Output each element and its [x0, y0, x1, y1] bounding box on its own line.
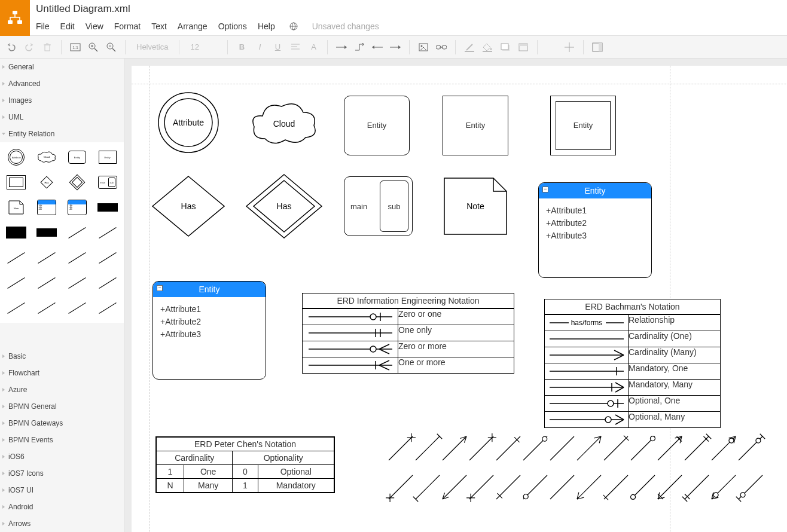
thumb-table-ie[interactable]	[93, 196, 121, 219]
connection-straight-icon[interactable]	[334, 39, 349, 55]
thumb-table-chen[interactable]	[33, 221, 61, 244]
thumb-conn-6[interactable]	[93, 246, 121, 269]
thumb-table-bachman[interactable]	[2, 221, 30, 244]
insert-link-button[interactable]	[434, 39, 449, 55]
collapse-icon[interactable]: −	[157, 285, 163, 291]
font-size-input[interactable]: 12	[185, 42, 221, 51]
palette-ios7-ui[interactable]: iOS7 UI	[0, 482, 124, 499]
italic-button[interactable]: I	[252, 39, 267, 55]
menu-edit[interactable]: Edit	[60, 22, 75, 31]
redo-button[interactable]	[22, 39, 37, 55]
palette-uml[interactable]: UML	[0, 109, 124, 126]
palette-bpmn-gateways[interactable]: BPMN Gateways	[0, 415, 124, 432]
connectors-row[interactable]	[383, 433, 765, 505]
delete-button[interactable]	[39, 39, 55, 55]
undo-button[interactable]	[4, 39, 19, 55]
underline-button[interactable]: U	[270, 39, 285, 55]
menu-options[interactable]: Options	[218, 22, 247, 31]
line-end-button[interactable]	[388, 39, 403, 55]
thumb-conn-3[interactable]	[2, 246, 30, 269]
shape-entity-attrs-2[interactable]: −Entity +Attribute1 +Attribute2 +Attribu…	[152, 281, 266, 380]
palette-android[interactable]: Android	[0, 499, 124, 515]
thumb-entity-square[interactable]: Entity	[93, 146, 121, 169]
palette-basic[interactable]: Basic	[0, 348, 124, 365]
shape-has-double[interactable]: Has	[245, 173, 323, 239]
zoom-actual-button[interactable]: 1:1	[68, 39, 83, 55]
thumb-cloud[interactable]: Cloud	[33, 146, 61, 169]
format-panel-button[interactable]	[590, 39, 605, 55]
thumb-conn-2[interactable]	[93, 221, 121, 244]
thumb-conn-14[interactable]	[93, 296, 121, 319]
collapse-icon[interactable]: −	[542, 186, 548, 192]
line-start-button[interactable]	[370, 39, 385, 55]
table-chen-notation[interactable]: ERD Peter Chen's Notation CardinalityOpt…	[155, 436, 335, 493]
table-bachman-notation[interactable]: ERD Bachman's Notation has/forms Relatio…	[544, 299, 721, 428]
thumb-main-sub[interactable]: mainsub	[93, 171, 121, 194]
palette-images[interactable]: Images	[0, 92, 124, 109]
thumb-conn-7[interactable]	[2, 271, 30, 294]
palette-bpmn-general[interactable]: BPMN General	[0, 398, 124, 415]
canvas-viewport[interactable]: Attribute Cloud Entity Entity Entity	[124, 59, 787, 532]
canvas-page[interactable]: Attribute Cloud Entity Entity Entity	[132, 66, 787, 532]
shadow-button[interactable]	[498, 39, 513, 55]
palette-flowchart[interactable]: Flowchart	[0, 365, 124, 381]
document-title[interactable]: Untitled Diagram.xml	[36, 3, 781, 15]
waypoint-button[interactable]	[352, 39, 367, 55]
menu-arrange[interactable]: Arrange	[178, 22, 208, 31]
thumb-conn-13[interactable]	[63, 296, 91, 319]
insert-image-button[interactable]	[416, 39, 431, 55]
palette-entity-relation[interactable]: Entity Relation	[0, 126, 124, 142]
zoom-out-button[interactable]	[103, 39, 119, 55]
shape-attribute[interactable]: Attribute	[155, 90, 221, 155]
shape-entity-double[interactable]: Entity	[550, 96, 616, 155]
grid-dots-button[interactable]	[544, 39, 559, 55]
palette-azure[interactable]: Azure	[0, 381, 124, 398]
shape-entity-square[interactable]: Entity	[443, 96, 508, 155]
align-button[interactable]	[288, 39, 303, 55]
palette-advanced[interactable]: Advanced	[0, 75, 124, 92]
font-color-button[interactable]: A	[306, 39, 321, 55]
thumb-entity-attrs-blue[interactable]: +Attr+Attr+Attr	[33, 196, 61, 219]
thumb-conn-4[interactable]	[33, 246, 61, 269]
thumb-entity-rounded[interactable]: Entity	[63, 146, 91, 169]
fill-color-button[interactable]	[480, 39, 495, 55]
palette-bpmn-events[interactable]: BPMN Events	[0, 432, 124, 448]
grid-cross-button[interactable]	[562, 39, 577, 55]
thumb-conn-5[interactable]	[63, 246, 91, 269]
font-family-select[interactable]: Helvetica	[132, 42, 173, 51]
container-button[interactable]	[515, 39, 531, 55]
thumb-entity-attrs-blue2[interactable]: +Attr+Attr+Attr	[63, 196, 91, 219]
app-logo[interactable]	[0, 0, 30, 36]
shape-note[interactable]: Note	[443, 176, 508, 236]
language-icon[interactable]	[286, 19, 301, 34]
menu-help[interactable]: Help	[258, 22, 275, 31]
shape-has[interactable]: Has	[150, 173, 227, 239]
bold-button[interactable]: B	[234, 39, 249, 55]
palette-general[interactable]: General	[0, 59, 124, 75]
palette-ios7-icons[interactable]: iOS7 Icons	[0, 465, 124, 482]
palette-ios6[interactable]: iOS6	[0, 448, 124, 465]
menu-view[interactable]: View	[86, 22, 103, 31]
thumb-has-double-diamond[interactable]	[63, 171, 91, 194]
shape-cloud[interactable]: Cloud	[248, 96, 320, 149]
thumb-entity-double[interactable]	[2, 171, 30, 194]
palette-arrows[interactable]: Arrows	[0, 515, 124, 532]
table-ie-notation[interactable]: ERD Information Engineering Notation Zer…	[302, 293, 514, 374]
thumb-conn-12[interactable]	[33, 296, 61, 319]
thumb-has-diamond[interactable]: Has	[33, 171, 61, 194]
menu-format[interactable]: Format	[114, 22, 141, 31]
menu-file[interactable]: File	[36, 22, 50, 31]
thumb-conn-11[interactable]	[2, 296, 30, 319]
menu-text[interactable]: Text	[151, 22, 167, 31]
zoom-in-button[interactable]	[86, 39, 101, 55]
shape-entity-attrs-1[interactable]: −Entity +Attribute1 +Attribute2 +Attribu…	[538, 182, 652, 278]
thumb-attribute[interactable]: Attribute	[2, 146, 30, 169]
thumb-conn-8[interactable]	[33, 271, 61, 294]
thumb-note[interactable]: Note	[2, 196, 30, 219]
thumb-conn-10[interactable]	[93, 271, 121, 294]
thumb-conn-1[interactable]	[63, 221, 91, 244]
thumb-conn-9[interactable]	[63, 271, 91, 294]
shape-entity-rounded[interactable]: Entity	[344, 96, 410, 155]
shape-main-sub[interactable]: main sub	[344, 176, 413, 236]
line-color-button[interactable]	[462, 39, 477, 55]
